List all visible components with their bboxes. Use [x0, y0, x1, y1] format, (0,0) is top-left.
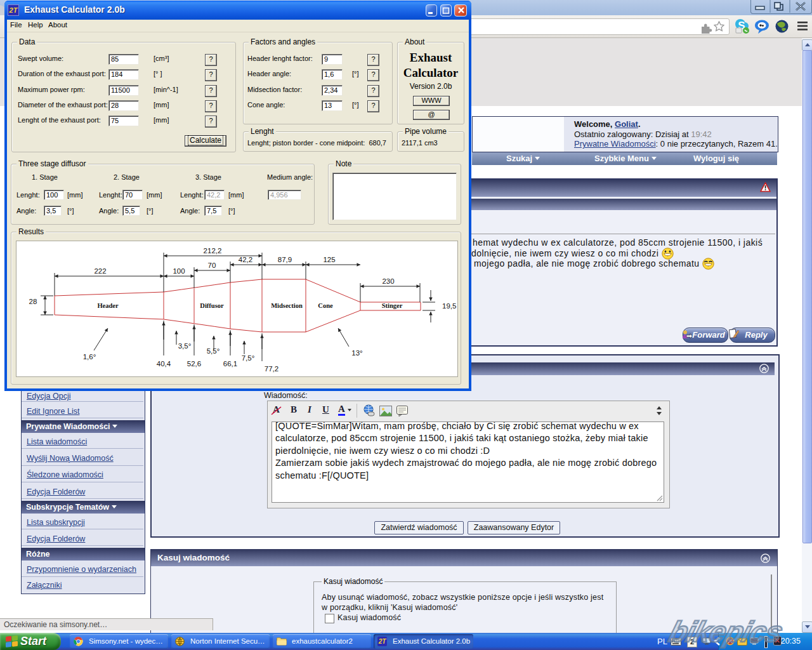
- svg-text:Diffusor: Diffusor: [200, 302, 224, 309]
- svg-text:19,5: 19,5: [442, 302, 456, 310]
- svg-text:230: 230: [382, 277, 394, 285]
- svg-text:Header: Header: [97, 302, 119, 309]
- svg-text:66,1: 66,1: [223, 360, 237, 368]
- svg-text:222: 222: [94, 267, 106, 275]
- svg-text:Stinger: Stinger: [382, 302, 403, 309]
- svg-text:7,5°: 7,5°: [242, 354, 255, 362]
- svg-text:77,2: 77,2: [265, 365, 278, 373]
- svg-text:125: 125: [323, 256, 335, 263]
- svg-text:52,6: 52,6: [187, 360, 201, 368]
- svg-text:70: 70: [208, 262, 216, 269]
- svg-text:13°: 13°: [351, 349, 362, 357]
- svg-text:87,9: 87,9: [278, 256, 292, 263]
- svg-text:5,5°: 5,5°: [207, 347, 220, 355]
- svg-text:1,6°: 1,6°: [83, 353, 96, 361]
- svg-text:212,2: 212,2: [204, 247, 222, 255]
- svg-text:100: 100: [173, 267, 185, 275]
- svg-text:3,5°: 3,5°: [178, 342, 192, 350]
- svg-text:42,2: 42,2: [239, 256, 252, 263]
- svg-text:Cone: Cone: [318, 302, 333, 309]
- svg-text:28: 28: [29, 298, 37, 305]
- svg-text:Midsection: Midsection: [271, 302, 303, 309]
- svg-text:40,4: 40,4: [157, 360, 171, 368]
